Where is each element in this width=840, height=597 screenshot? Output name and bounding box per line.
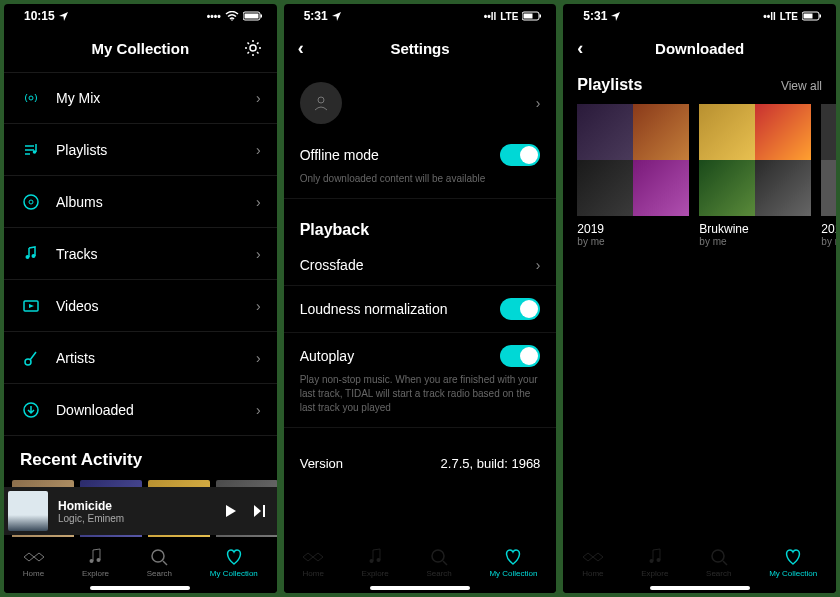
playlist-subtitle: by me bbox=[699, 236, 811, 247]
chevron-right-icon: › bbox=[256, 246, 261, 262]
playlist-title: 2019 bbox=[821, 222, 836, 236]
signal-icon: •••• bbox=[207, 11, 221, 22]
tab-my-collection[interactable]: My Collection bbox=[210, 547, 258, 578]
battery-icon bbox=[243, 11, 263, 21]
toggle-loudness[interactable] bbox=[500, 298, 540, 320]
back-button[interactable]: ‹ bbox=[298, 38, 304, 59]
play-button[interactable] bbox=[225, 504, 237, 518]
my-mix-icon bbox=[20, 89, 42, 107]
status-time: 10:15 bbox=[24, 9, 55, 23]
collection-item-albums[interactable]: Albums › bbox=[4, 176, 277, 228]
chevron-right-icon: › bbox=[256, 402, 261, 418]
playlist-card[interactable]: 2019 by me bbox=[821, 104, 836, 247]
tab-bar: Home Explore Search My Collection bbox=[563, 537, 836, 593]
setting-loudness[interactable]: Loudness normalization bbox=[284, 286, 557, 333]
home-indicator[interactable] bbox=[90, 586, 190, 590]
location-arrow-icon bbox=[611, 11, 621, 21]
tab-search[interactable]: Search bbox=[426, 547, 451, 578]
location-arrow-icon bbox=[332, 11, 342, 21]
svg-point-10 bbox=[32, 254, 36, 258]
next-button[interactable] bbox=[253, 504, 267, 518]
view-all-button[interactable]: View all bbox=[781, 79, 822, 93]
svg-point-23 bbox=[377, 558, 381, 562]
heart-icon bbox=[224, 547, 244, 567]
avatar-icon bbox=[300, 82, 342, 124]
playlist-cards-row[interactable]: 2019 by me Brukwine by me 2019 by me bbox=[563, 104, 836, 247]
toggle-autoplay[interactable] bbox=[500, 345, 540, 367]
svg-point-16 bbox=[97, 558, 101, 562]
page-title: Downloaded bbox=[655, 40, 744, 57]
toggle-offline-mode[interactable] bbox=[500, 144, 540, 166]
now-playing-art[interactable] bbox=[8, 491, 48, 531]
collection-item-tracks[interactable]: Tracks › bbox=[4, 228, 277, 280]
playlist-card[interactable]: Brukwine by me bbox=[699, 104, 811, 247]
tab-my-collection[interactable]: My Collection bbox=[769, 547, 817, 578]
svg-point-21 bbox=[318, 97, 324, 103]
svg-point-24 bbox=[432, 550, 444, 562]
home-indicator[interactable] bbox=[650, 586, 750, 590]
tab-explore[interactable]: Explore bbox=[641, 547, 668, 578]
mini-player[interactable]: Homicide Logic, Eminem bbox=[4, 487, 277, 535]
svg-point-8 bbox=[29, 200, 33, 204]
setting-sub: Only downloaded content will be availabl… bbox=[300, 172, 541, 186]
collection-item-playlists[interactable]: Playlists › bbox=[4, 124, 277, 176]
svg-rect-19 bbox=[524, 14, 533, 19]
search-icon bbox=[150, 547, 168, 567]
svg-point-0 bbox=[231, 19, 233, 21]
collection-item-artists[interactable]: Artists › bbox=[4, 332, 277, 384]
tab-home[interactable]: Home bbox=[23, 547, 44, 578]
network-label: LTE bbox=[500, 11, 518, 22]
signal-icon: ••ll bbox=[484, 11, 497, 22]
tab-search[interactable]: Search bbox=[706, 547, 731, 578]
playlist-title: 2019 bbox=[577, 222, 689, 236]
chevron-right-icon: › bbox=[256, 142, 261, 158]
collection-item-downloaded[interactable]: Downloaded › bbox=[4, 384, 277, 436]
tab-my-collection[interactable]: My Collection bbox=[489, 547, 537, 578]
search-icon bbox=[710, 547, 728, 567]
svg-point-22 bbox=[370, 559, 374, 563]
settings-button[interactable] bbox=[243, 38, 263, 58]
tab-explore[interactable]: Explore bbox=[82, 547, 109, 578]
search-icon bbox=[430, 547, 448, 567]
playlist-subtitle: by me bbox=[577, 236, 689, 247]
setting-label: Offline mode bbox=[300, 147, 379, 163]
now-playing-text[interactable]: Homicide Logic, Eminem bbox=[58, 499, 215, 524]
playlist-card[interactable]: 2019 by me bbox=[577, 104, 689, 247]
item-label: Videos bbox=[56, 298, 256, 314]
back-button[interactable]: ‹ bbox=[577, 38, 583, 59]
collection-item-videos[interactable]: Videos › bbox=[4, 280, 277, 332]
playlist-subtitle: by me bbox=[821, 236, 836, 247]
playlists-icon bbox=[20, 141, 42, 159]
tab-home[interactable]: Home bbox=[303, 547, 324, 578]
explore-icon bbox=[647, 547, 663, 567]
setting-autoplay[interactable]: Autoplay Play non-stop music. When you a… bbox=[284, 333, 557, 428]
heart-icon bbox=[783, 547, 803, 567]
profile-row[interactable]: › bbox=[284, 68, 557, 132]
setting-label: Crossfade bbox=[300, 257, 364, 273]
playlist-art bbox=[577, 104, 689, 216]
screen-settings: 5:31 ••ll LTE ‹ Settings › Offline mode … bbox=[284, 4, 557, 593]
home-icon bbox=[583, 547, 603, 567]
playback-section-header: Playback bbox=[284, 199, 557, 245]
recent-activity-header: Recent Activity bbox=[4, 436, 277, 480]
item-label: Artists bbox=[56, 350, 256, 366]
svg-rect-2 bbox=[244, 14, 258, 19]
setting-crossfade[interactable]: Crossfade › bbox=[284, 245, 557, 286]
playlist-art bbox=[699, 104, 811, 216]
chevron-right-icon: › bbox=[256, 350, 261, 366]
setting-offline-mode[interactable]: Offline mode Only downloaded content wil… bbox=[284, 132, 557, 199]
tab-home[interactable]: Home bbox=[582, 547, 603, 578]
status-time: 5:31 bbox=[304, 9, 328, 23]
collection-item-my-mix[interactable]: My Mix › bbox=[4, 72, 277, 124]
signal-icon: ••ll bbox=[763, 11, 776, 22]
svg-point-6 bbox=[33, 150, 37, 154]
battery-icon bbox=[802, 11, 822, 21]
tab-search[interactable]: Search bbox=[147, 547, 172, 578]
version-value: 2.7.5, build: 1968 bbox=[441, 456, 541, 471]
tab-bar: Home Explore Search My Collection bbox=[4, 537, 277, 593]
tab-explore[interactable]: Explore bbox=[362, 547, 389, 578]
home-indicator[interactable] bbox=[370, 586, 470, 590]
downloaded-icon bbox=[20, 401, 42, 419]
chevron-right-icon: › bbox=[536, 257, 541, 273]
chevron-right-icon: › bbox=[256, 194, 261, 210]
